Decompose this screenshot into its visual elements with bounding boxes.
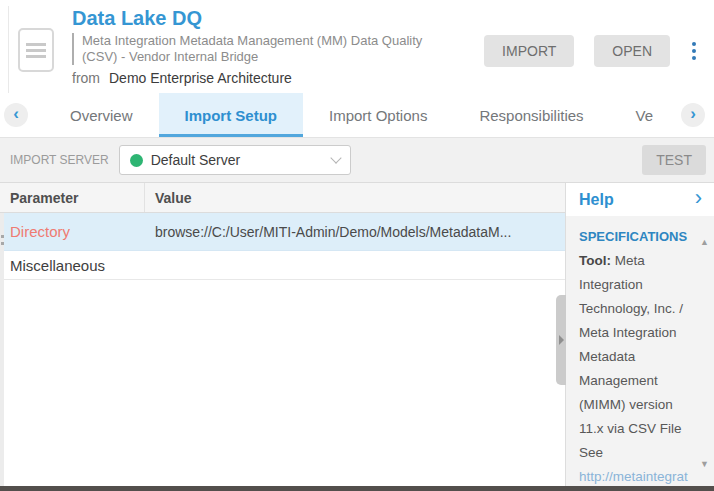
tool-label: Tool: [579,253,611,268]
left-splitter[interactable] [0,213,4,486]
import-server-toolbar: IMPORT SERVER Default Server TEST [0,138,714,183]
tabs: Overview Import Setup Import Options Res… [44,93,714,137]
model-document-icon [18,28,54,72]
header-buttons: IMPORT OPEN [484,35,698,67]
chevron-down-icon [330,152,341,163]
import-button[interactable]: IMPORT [484,35,574,67]
table-row[interactable]: Directory browse://C:/User/MITI-Admin/De… [0,213,565,251]
help-panel-collapse-handle[interactable] [556,295,566,385]
table-row[interactable]: Miscellaneous [0,251,565,280]
from-label: from [72,70,100,86]
kebab-menu-icon[interactable] [690,40,698,62]
specifications-heading: SPECIFICATIONS [579,225,688,249]
source-model-link[interactable]: Demo Enterprise Architecture [109,70,292,86]
parameter-name: Miscellaneous [0,257,145,274]
tab-responsibilities[interactable]: Responsibilities [453,93,609,137]
tabs-scroll-left-icon[interactable]: ‹ [4,103,28,127]
header: Data Lake DQ Meta Integration Metadata M… [0,0,714,93]
app-window: Data Lake DQ Meta Integration Metadata M… [0,0,714,491]
tab-overview[interactable]: Overview [44,93,159,137]
see-label: See [579,441,688,465]
tab-bar: ‹ Overview Import Setup Import Options R… [0,93,714,138]
tool-specification: Tool: Meta Integration Technology, Inc. … [579,249,688,441]
parameter-name: Directory [0,223,145,240]
table-header-row: Parameter Value [0,183,565,213]
help-panel: Help › SPECIFICATIONS Tool: Meta Integra… [565,183,714,486]
parameters-table: Parameter Value Directory browse://C:/Us… [0,183,565,486]
page-title: Data Lake DQ [72,7,714,30]
bridge-subtitle: Meta Integration Metadata Management (MM… [72,33,444,65]
tab-import-setup[interactable]: Import Setup [159,93,304,137]
parameter-value[interactable]: browse://C:/User/MITI-Admin/Demo/Models/… [145,224,565,240]
tabs-scroll-right-icon[interactable]: › [681,103,705,127]
server-status-icon [130,154,143,167]
help-header: Help › [566,183,714,216]
main-area: Parameter Value Directory browse://C:/Us… [0,183,714,486]
from-line: fromDemo Enterprise Architecture [72,70,714,86]
import-server-label: IMPORT SERVER [10,153,109,167]
splitter-grip-icon [0,235,4,245]
column-header-value[interactable]: Value [145,190,565,206]
tab-version[interactable]: Ve [610,93,680,137]
help-title: Help [579,191,614,209]
help-content: SPECIFICATIONS Tool: Meta Integration Te… [566,216,714,486]
tool-text: Meta Integration Technology, Inc. / Meta… [579,253,683,436]
import-server-select[interactable]: Default Server [119,145,351,175]
test-button[interactable]: TEST [642,145,706,175]
scroll-up-icon[interactable]: ▲ [700,230,709,254]
documentation-link[interactable]: http://metaintegration.com/Products/MIMB… [579,465,688,486]
help-expand-icon[interactable]: › [695,187,702,213]
column-header-parameter[interactable]: Parameter [0,183,145,212]
scroll-down-icon[interactable]: ▼ [700,452,709,476]
chevron-right-icon [559,335,564,345]
server-select-value: Default Server [151,152,324,168]
window-bottom-edge [0,486,714,491]
tab-import-options[interactable]: Import Options [303,93,453,137]
open-button[interactable]: OPEN [594,35,670,67]
